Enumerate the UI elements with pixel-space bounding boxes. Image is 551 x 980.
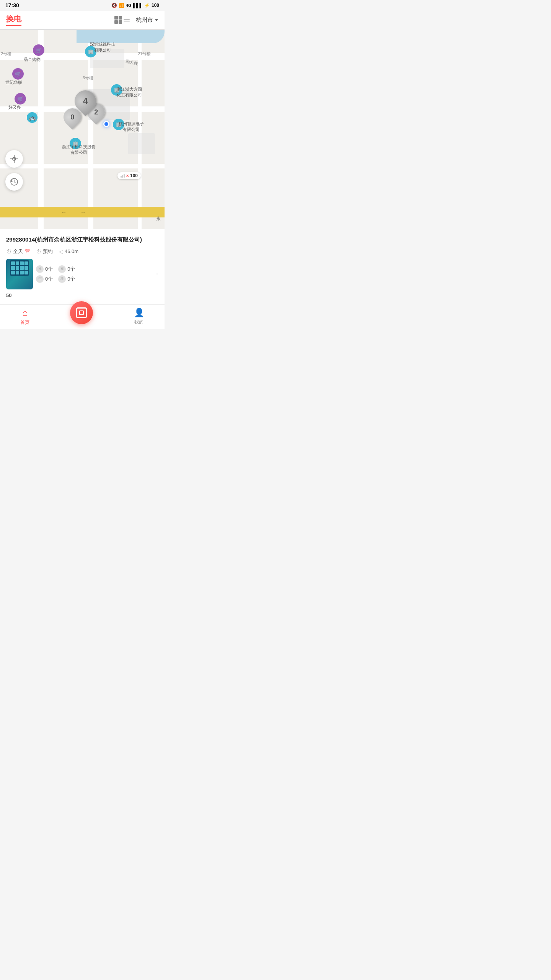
map-container[interactable]: 🛒 品全购物 🛒 世纪华联 🛒 好又多 🏢 深圳城铄科技有限公司 🏢 浙江浙大方…: [0, 30, 165, 229]
poi-pinquan-label: 品全购物: [24, 57, 41, 62]
station-info-row: ⏱ 全天 营 ⏱ 预约 ◁ 46.0m: [6, 248, 158, 255]
grid-sq: [114, 20, 118, 24]
road-arrow-left: ←: [61, 209, 67, 215]
hours-info: ⏱ 全天 营: [6, 248, 30, 255]
home-label: 首页: [20, 319, 29, 326]
silent-icon: 🔇: [111, 3, 117, 8]
station-image: [6, 259, 33, 289]
location-icon: ◁: [59, 248, 63, 255]
cabinet-cell: [11, 271, 15, 274]
clock-icon-2: ⏱: [36, 248, 41, 255]
user-icon: 👤: [134, 308, 144, 318]
slot-section: 换 0个 充 0个 空 0个 故 0个: [36, 265, 153, 283]
cluster-number-0: 0: [70, 113, 74, 121]
basket-icon-2: 🛒: [15, 71, 21, 77]
cabinet-cell: [24, 261, 28, 265]
grid-sq: [119, 16, 122, 20]
poi-haoyouduo-icon[interactable]: 🛒: [15, 93, 26, 105]
poi-zhejiangyusong-label: 浙江宇松科技股份有限公司: [62, 144, 96, 156]
cluster-number-4: 4: [83, 96, 88, 106]
status-bar: 17:30 🔇 📶 4G ▌▌▌ ⚡ 100: [0, 0, 165, 11]
chevron-down-icon: [155, 19, 158, 21]
bus-icon: 🚌: [29, 114, 36, 121]
building-21-label: 21号楼: [138, 51, 151, 57]
wifi-icon: 📶: [119, 3, 124, 8]
crosshair-icon: [10, 155, 18, 163]
slot-icon-huan: 换: [36, 265, 44, 273]
cabinet-cell: [24, 271, 28, 274]
status-icons: 🔇 📶 4G ▌▌▌ ⚡ 100: [111, 3, 159, 8]
signal-number: 100: [130, 173, 138, 178]
grid-list-button[interactable]: [114, 16, 130, 24]
cabinet-cell: [16, 261, 20, 265]
appointment-info: ⏱ 预约: [36, 248, 53, 255]
signal-icon: 4G: [126, 3, 132, 8]
cabinet-cell: [20, 261, 24, 265]
slot-icon-chong: 充: [58, 265, 66, 273]
grid-line: [124, 21, 130, 21]
cluster-pin-4[interactable]: 4: [75, 90, 96, 112]
cabinet-cell: [24, 266, 28, 270]
basket-icon: 🛒: [36, 47, 42, 53]
appointment-label: 预约: [43, 248, 53, 255]
bottom-nav: ⌂ 首页 👤 我的: [0, 304, 165, 329]
battery-level: 100: [152, 3, 159, 8]
poi-haoyouduo-label: 好又多: [8, 105, 21, 110]
poi-shenzhen-label: 深圳城铄科技有限公司: [90, 41, 115, 53]
bus-stop-icon[interactable]: 🚌: [27, 112, 37, 123]
pin-circle-large: 4: [70, 86, 100, 116]
poi-shijihualian-icon[interactable]: 🛒: [12, 68, 24, 80]
slot-row-1: 换 0个 充 0个: [36, 265, 153, 273]
nav-home[interactable]: ⌂ 首页: [20, 307, 29, 326]
status-time: 17:30: [5, 2, 19, 8]
station-detail-row: 换 0个 充 0个 空 0个 故 0个 -: [6, 259, 158, 289]
cabinet-row: [11, 271, 28, 274]
building-3-label: 3号楼: [83, 75, 93, 81]
city-name: 杭州市: [136, 16, 153, 24]
distance-label: 46.0m: [65, 248, 78, 254]
cabinet-cell: [20, 271, 24, 274]
history-icon: [10, 178, 18, 186]
cabinet-cell: [20, 266, 24, 270]
poi-pinquan-icon[interactable]: 🛒: [33, 44, 44, 56]
grid-sq: [114, 16, 118, 20]
nav-title: 换电: [6, 14, 21, 24]
grid-sq: [119, 20, 122, 24]
basket-icon-3: 🛒: [17, 96, 23, 102]
crosshair-circle: [12, 157, 16, 161]
grid-squares-icon: [114, 16, 122, 24]
slot-count-0: 0个: [45, 266, 53, 273]
signal-bars: [121, 174, 125, 178]
nav-title-wrap: 换电: [6, 14, 21, 26]
poi-zhejiangyuda-label: 浙江浙大方圆化工有限公司: [117, 87, 142, 98]
history-button[interactable]: [5, 173, 23, 191]
cabinet-row: [11, 266, 28, 270]
crosshair-button[interactable]: [5, 150, 23, 168]
bottom-strip: 50: [6, 292, 158, 298]
nav-mine[interactable]: 👤 我的: [134, 308, 144, 325]
slot-item-1: 充 0个: [58, 265, 75, 273]
cabinet-cell: [16, 271, 20, 274]
station-card: 299280014(杭州市余杭区浙江宇松科技股份有限公司) ⏱ 全天 营 ⏱ 预…: [0, 229, 165, 304]
grid-lines: [124, 19, 130, 21]
home-icon: ⌂: [22, 307, 28, 318]
营-badge: 营: [25, 248, 30, 255]
signal-badge: ✕ 100: [117, 172, 141, 179]
scan-icon: [76, 307, 87, 318]
city-selector[interactable]: 杭州市: [136, 16, 158, 24]
extra-info: -: [156, 270, 158, 278]
slot-item-2: 空 0个: [36, 275, 53, 283]
scan-button[interactable]: [70, 301, 93, 324]
building-block: [128, 133, 155, 154]
user-location-dot: [103, 121, 109, 127]
slot-count-1: 0个: [67, 266, 75, 273]
hours-label: 全天: [13, 248, 23, 255]
slot-count-3: 0个: [67, 276, 75, 283]
slot-item-3: 故 0个: [58, 275, 75, 283]
grid-line: [124, 19, 130, 20]
poi-shijihualian-label: 世纪华联: [5, 80, 22, 85]
scan-inner: [79, 310, 84, 315]
nav-right: 杭州市: [114, 16, 158, 24]
x-mark: ✕: [126, 174, 129, 178]
main-road-yellow: ← → 永: [0, 207, 165, 217]
